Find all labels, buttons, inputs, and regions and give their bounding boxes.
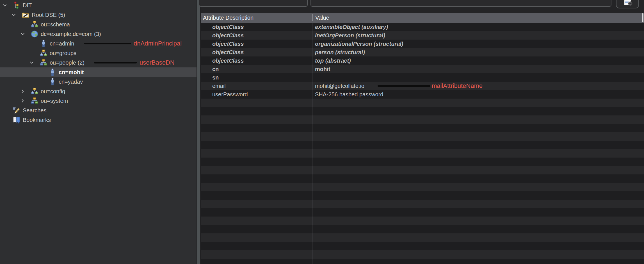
attribute-value: top (abstract) (312, 56, 644, 65)
attribute-row-userpassword[interactable]: userPasswordSHA-256 hashed password (201, 90, 644, 99)
annotation-text: userBaseDN (140, 59, 175, 66)
attribute-row-objectclass[interactable]: objectClasstop (abstract) (201, 56, 644, 65)
attribute-value-empty (312, 259, 644, 264)
attribute-name-empty (201, 141, 312, 149)
chevron-down-icon[interactable] (11, 12, 22, 18)
panel-divider[interactable] (197, 0, 201, 264)
org-icon (31, 97, 38, 105)
tree-item-ou-system[interactable]: ou=system (0, 96, 197, 106)
attribute-name: cn (201, 65, 312, 73)
tree-item-searches[interactable]: Searches (0, 106, 197, 115)
entry-editor-button[interactable] (616, 0, 639, 8)
annotation-line (378, 85, 430, 87)
attribute-name-empty (201, 183, 312, 191)
attribute-name-empty (201, 191, 312, 200)
attribute-name-empty (201, 259, 312, 264)
attribute-name-empty (201, 166, 312, 174)
tree-item-ou-people-2[interactable]: ou=people (2)userBaseDN (0, 58, 197, 67)
tree-item-dit[interactable]: DIT (0, 1, 197, 10)
vertical-scrollbar-thumb[interactable] (642, 13, 643, 22)
attribute-value: extensibleObject (auxiliary) (312, 23, 644, 31)
empty-table-row (201, 107, 644, 115)
attribute-row-objectclass[interactable]: objectClassinetOrgPerson (structural) (201, 31, 644, 40)
tree-item-cn-mohit[interactable]: cn=mohit (0, 67, 197, 77)
chevron-right-icon[interactable] (20, 98, 31, 104)
tree-item-label: ou=system (41, 98, 68, 104)
tree-item-label: cn=mohit (59, 69, 84, 76)
toolbar-field-left[interactable] (199, 0, 308, 7)
empty-table-row (201, 141, 644, 149)
attribute-value: inetOrgPerson (structural) (312, 31, 644, 40)
attribute-row-sn[interactable]: sn (201, 73, 644, 82)
column-header-value[interactable]: Value (313, 15, 329, 21)
empty-table-row (201, 208, 644, 217)
empty-table-row (201, 225, 644, 233)
attribute-row-email[interactable]: emailmohit@getcollate.iomailAttributeNam… (201, 82, 644, 90)
attribute-value-empty (312, 183, 644, 191)
attribute-name: objectClass (201, 31, 312, 40)
attribute-value-empty (312, 217, 644, 225)
chevron-down-icon[interactable] (2, 3, 13, 8)
tree-item-cn-yadav[interactable]: cn=yadav (0, 77, 197, 87)
attribute-row-objectclass[interactable]: objectClassperson (structural) (201, 48, 644, 56)
attribute-name-empty (201, 174, 312, 183)
org-icon (40, 49, 47, 57)
chevron-down-icon[interactable] (29, 60, 40, 65)
column-header-attribute-description[interactable]: Attribute Description (201, 15, 312, 21)
chevron-right-icon[interactable] (20, 88, 31, 94)
attribute-value-empty (312, 132, 644, 141)
empty-table-row (201, 217, 644, 225)
empty-table-row (201, 158, 644, 166)
attribute-value-empty (312, 124, 644, 132)
empty-table-row (201, 242, 644, 250)
attribute-row-objectclass[interactable]: objectClassextensibleObject (auxiliary) (201, 23, 644, 31)
toolbar-field-right[interactable] (310, 0, 611, 7)
attribute-value-empty (312, 174, 644, 183)
attribute-value (312, 73, 644, 82)
attribute-name: objectClass (201, 48, 312, 56)
attribute-value: person (structural) (312, 48, 644, 56)
attribute-name-empty (201, 99, 312, 107)
attribute-name: objectClass (201, 56, 312, 65)
tree-item-label: cn=yadav (59, 79, 83, 85)
tree-item-ou-schema[interactable]: ou=schema (0, 20, 197, 29)
document-gear-icon (622, 0, 633, 7)
attribute-value: organizationalPerson (structural) (312, 40, 644, 48)
tree-item-bookmarks[interactable]: Bookmarks (0, 115, 197, 125)
attribute-value-empty (312, 141, 644, 149)
attribute-row-cn[interactable]: cnmohit (201, 65, 644, 73)
org-icon (40, 59, 47, 67)
attribute-value: mohit (312, 65, 644, 73)
tree-item-label: Bookmarks (23, 117, 51, 123)
attribute-row-objectclass[interactable]: objectClassorganizationalPerson (structu… (201, 40, 644, 48)
tree-item-label: dc=example,dc=com (3) (41, 31, 101, 37)
tree-item-cn-admin[interactable]: cn=admindnAdminPrincipal (0, 39, 197, 48)
tree-item-root-dse-5[interactable]: Root DSE (5) (0, 10, 197, 20)
tree-item-label: ou=groups (50, 50, 76, 56)
attribute-name: email (201, 82, 312, 90)
attribute-value: SHA-256 hashed password (312, 90, 644, 99)
empty-table-row (201, 132, 644, 141)
person-icon (40, 40, 47, 47)
tree-item-ou-groups[interactable]: ou=groups (0, 48, 197, 58)
empty-table-row (201, 115, 644, 124)
annotation-line (84, 43, 131, 44)
attribute-value-empty (312, 149, 644, 158)
empty-table-row (201, 99, 644, 107)
attribute-name-empty (201, 149, 312, 158)
tree-item-ou-config[interactable]: ou=config (0, 87, 197, 96)
attribute-value-empty (312, 158, 644, 166)
attribute-name-empty (201, 233, 312, 242)
annotation-line (94, 62, 137, 63)
attribute-value-empty (312, 191, 644, 200)
attribute-name-empty (201, 200, 312, 208)
tree-item-dc-example-dc-com-3[interactable]: dc=example,dc=com (3) (0, 29, 197, 39)
chevron-down-icon[interactable] (20, 31, 31, 37)
attribute-name: objectClass (201, 40, 312, 48)
attribute-value-empty (312, 242, 644, 250)
person-icon (49, 68, 56, 76)
empty-table-row (201, 259, 644, 264)
attribute-name-empty (201, 242, 312, 250)
attribute-value-empty (312, 166, 644, 174)
attribute-name-empty (201, 225, 312, 233)
